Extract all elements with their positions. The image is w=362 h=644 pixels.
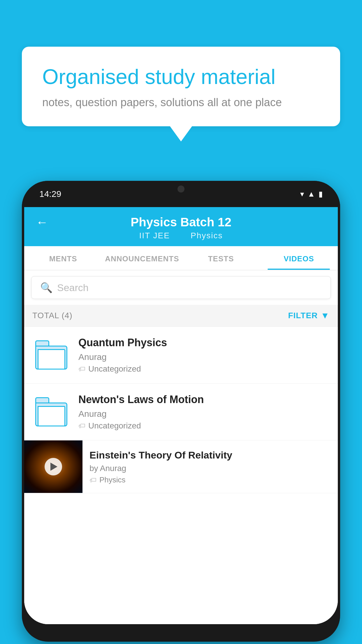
folder-thumbnail-newton <box>32 393 70 431</box>
bubble-subtitle: notes, question papers, solutions all at… <box>42 96 320 109</box>
folder-front <box>38 406 65 426</box>
tag-label: Uncategorized <box>88 364 141 374</box>
back-button[interactable]: ← <box>36 215 48 229</box>
tag-icon: 🏷 <box>89 476 96 484</box>
phone-top-bezel: 14:29 ▾ ▲ ▮ <box>22 181 340 207</box>
phone-notch <box>158 181 204 197</box>
folder-icon <box>35 340 67 370</box>
video-tag: 🏷 Uncategorized <box>78 364 330 374</box>
filter-icon: ▼ <box>321 311 330 321</box>
folder-front <box>38 349 65 370</box>
tag-icon: 🏷 <box>78 365 85 373</box>
video-author: Anurag <box>78 409 330 419</box>
list-item[interactable]: Newton's Laws of Motion Anurag 🏷 Uncateg… <box>24 384 338 440</box>
tag-label: Uncategorized <box>88 421 141 430</box>
status-icons: ▾ ▲ ▮ <box>300 190 323 199</box>
tab-ments[interactable]: MENTS <box>24 246 102 270</box>
wifi-icon: ▾ <box>300 190 304 199</box>
speech-bubble: Organised study material notes, question… <box>22 47 340 126</box>
header-top: ← Physics Batch 12 <box>36 215 326 229</box>
filter-row: TOTAL (4) FILTER ▼ <box>24 305 338 327</box>
video-title: Einstein's Theory Of Relativity <box>89 449 331 461</box>
battery-icon: ▮ <box>319 190 323 199</box>
signal-icon: ▲ <box>307 190 315 199</box>
list-item[interactable]: Einstein's Theory Of Relativity by Anura… <box>24 440 338 493</box>
header-title: Physics Batch 12 <box>131 215 231 229</box>
status-time: 14:29 <box>39 189 61 199</box>
tab-tests[interactable]: TESTS <box>182 246 260 270</box>
video-info-einstein: Einstein's Theory Of Relativity by Anura… <box>82 440 338 493</box>
tabs-container: MENTS ANNOUNCEMENTS TESTS VIDEOS <box>24 246 338 270</box>
video-tag: 🏷 Uncategorized <box>78 421 330 430</box>
header-subtitle: IIT JEE Physics <box>137 231 225 240</box>
video-thumbnail-einstein <box>24 440 82 493</box>
header-subtitle-physics: Physics <box>191 231 223 240</box>
search-icon: 🔍 <box>40 282 52 293</box>
bubble-title: Organised study material <box>42 64 320 89</box>
header-subtitle-sep <box>178 231 183 240</box>
folder-icon <box>35 397 67 426</box>
video-title: Newton's Laws of Motion <box>78 393 330 407</box>
search-placeholder: Search <box>57 282 89 293</box>
phone-screen: ← Physics Batch 12 IIT JEE Physics MENTS… <box>24 207 338 624</box>
phone-bottom-bar <box>24 607 338 624</box>
camera-dot <box>178 186 184 192</box>
play-icon <box>50 463 57 471</box>
video-author: by Anurag <box>89 464 331 473</box>
list-item[interactable]: Quantum Physics Anurag 🏷 Uncategorized <box>24 327 338 384</box>
tag-label: Physics <box>99 475 126 484</box>
video-tag: 🏷 Physics <box>89 475 331 484</box>
header-subtitle-iitjee: IIT JEE <box>139 231 170 240</box>
tab-announcements[interactable]: ANNOUNCEMENTS <box>102 246 182 270</box>
search-bar[interactable]: 🔍 Search <box>31 276 331 299</box>
total-count: TOTAL (4) <box>32 311 73 320</box>
phone-frame: 14:29 ▾ ▲ ▮ ← Physics Batch 12 IIT JEE P… <box>22 181 340 642</box>
video-info-newton: Newton's Laws of Motion Anurag 🏷 Uncateg… <box>78 393 330 430</box>
search-container: 🔍 Search <box>24 270 338 305</box>
speech-bubble-container: Organised study material notes, question… <box>22 47 340 126</box>
play-button[interactable] <box>45 458 62 475</box>
filter-button[interactable]: FILTER ▼ <box>288 311 330 321</box>
folder-thumbnail-quantum <box>32 336 70 374</box>
video-info-quantum: Quantum Physics Anurag 🏷 Uncategorized <box>78 336 330 374</box>
video-title: Quantum Physics <box>78 336 330 350</box>
tab-videos[interactable]: VIDEOS <box>260 246 338 270</box>
tag-icon: 🏷 <box>78 422 85 430</box>
video-author: Anurag <box>78 352 330 362</box>
app-header: ← Physics Batch 12 IIT JEE Physics <box>24 207 338 246</box>
filter-label: FILTER <box>288 311 318 320</box>
video-list: Quantum Physics Anurag 🏷 Uncategorized <box>24 327 338 607</box>
